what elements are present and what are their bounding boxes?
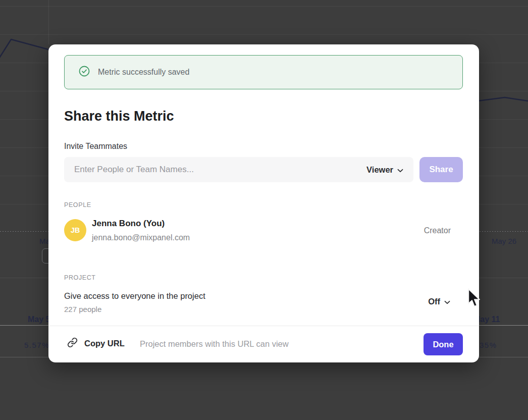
chevron-down-icon bbox=[444, 297, 450, 306]
invite-teammates-label: Invite Teammates bbox=[64, 142, 127, 151]
share-metric-modal: Metric successfully saved Share this Met… bbox=[48, 44, 479, 362]
copy-url-button[interactable]: Copy URL bbox=[67, 337, 125, 350]
project-access-title: Give access to everyone in the project bbox=[64, 291, 205, 301]
role-dropdown-value: Viewer bbox=[366, 165, 393, 175]
modal-footer: Copy URL Project members with this URL c… bbox=[48, 326, 479, 362]
table-value-left: 5.57% bbox=[24, 341, 49, 349]
mouse-cursor bbox=[467, 288, 482, 310]
role-dropdown[interactable]: Viewer bbox=[360, 165, 403, 175]
project-access-dropdown[interactable]: Off bbox=[428, 297, 450, 306]
done-button[interactable]: Done bbox=[424, 333, 463, 355]
copy-url-label: Copy URL bbox=[84, 339, 125, 348]
x-axis-tick-right: May 26 bbox=[492, 237, 516, 245]
table-date-left: May 5 bbox=[28, 315, 50, 324]
modal-title: Share this Metric bbox=[64, 109, 174, 124]
project-section-label: PROJECT bbox=[64, 274, 96, 281]
toast-message: Metric successfully saved bbox=[98, 68, 189, 77]
success-check-icon bbox=[79, 66, 90, 79]
invite-row: Viewer Share bbox=[64, 157, 463, 182]
success-toast: Metric successfully saved bbox=[64, 55, 463, 89]
invite-input-container: Viewer bbox=[64, 157, 413, 182]
link-icon bbox=[67, 337, 78, 350]
invite-people-input[interactable] bbox=[74, 165, 360, 175]
url-permission-note: Project members with this URL can view bbox=[140, 339, 289, 349]
avatar-initials: JB bbox=[71, 226, 80, 234]
chevron-down-icon bbox=[397, 165, 403, 175]
people-section-label: PEOPLE bbox=[64, 201, 91, 208]
person-name: Jenna Bono (You) bbox=[92, 219, 165, 229]
avatar: JB bbox=[64, 219, 86, 241]
project-access-value: Off bbox=[428, 297, 440, 306]
table-value-right: 35% bbox=[480, 341, 497, 349]
share-button[interactable]: Share bbox=[419, 157, 463, 182]
project-people-count: 227 people bbox=[64, 305, 101, 313]
person-email: jenna.bono@mixpanel.com bbox=[92, 233, 190, 242]
person-role: Creator bbox=[424, 226, 451, 235]
